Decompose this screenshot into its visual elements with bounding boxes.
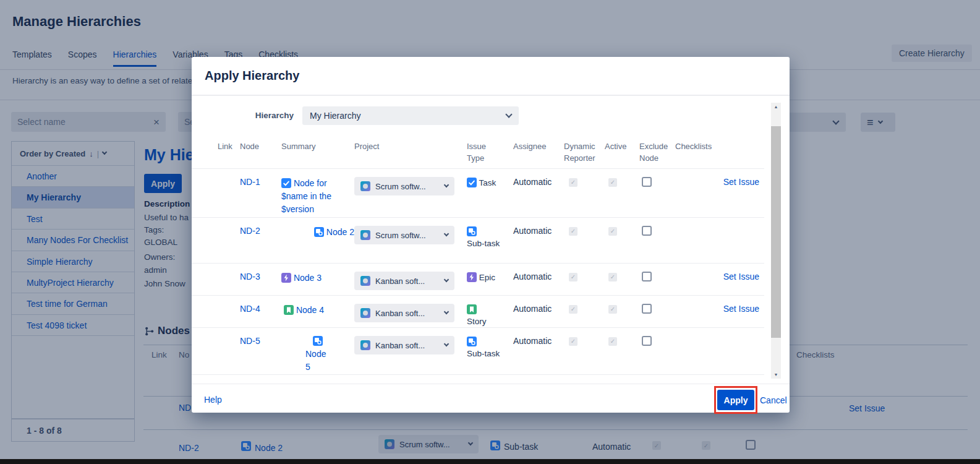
dynamic-reporter-checkbox <box>569 337 577 346</box>
summary-link[interactable]: Node 2 <box>326 227 354 237</box>
column-exclude-node: Exclude Node <box>639 140 675 164</box>
modal-table-header: Link Node Summary Project Issue Type Ass… <box>192 140 764 168</box>
summary-cell: Node 2 <box>281 226 354 239</box>
subtask-icon <box>467 226 477 236</box>
subtask-icon <box>467 337 477 346</box>
project-avatar-icon <box>360 276 370 286</box>
column-assignee: Assignee <box>513 140 559 152</box>
project-select[interactable]: Scrum softw... <box>354 226 454 244</box>
table-row: ND-1 Node for $name in the $version Scru… <box>192 168 764 217</box>
node-link[interactable]: ND-4 <box>240 304 260 314</box>
scrollbar-thumb[interactable] <box>771 126 781 338</box>
project-select[interactable]: Kanban soft... <box>354 272 454 290</box>
chevron-down-icon <box>505 111 512 118</box>
active-checkbox <box>608 227 617 236</box>
column-checklists: Checklists <box>675 140 759 152</box>
modal-apply-button[interactable]: Apply <box>717 390 754 410</box>
scroll-up-icon[interactable]: ▲ <box>771 105 781 109</box>
subtask-icon <box>314 227 324 237</box>
dynamic-reporter-checkbox <box>569 273 577 281</box>
summary-cell: Node 3 <box>281 272 354 285</box>
subtask-icon <box>313 336 323 346</box>
dynamic-reporter-checkbox <box>569 178 577 187</box>
issue-type-cell: Story <box>467 304 500 327</box>
project-avatar-icon <box>360 181 370 191</box>
column-active: Active <box>605 140 633 152</box>
summary-link[interactable]: Node 4 <box>296 305 324 315</box>
hierarchy-select-value: My Hierarchy <box>310 111 506 121</box>
story-icon <box>284 305 294 315</box>
project-select-value: Scrum softw... <box>375 231 440 240</box>
node-link[interactable]: ND-5 <box>240 336 260 346</box>
project-select-value: Kanban soft... <box>375 277 440 286</box>
summary-cell: Node 5 <box>281 336 354 374</box>
hierarchy-select[interactable]: My Hierarchy <box>302 106 519 125</box>
active-checkbox <box>608 337 617 346</box>
issue-type-cell: Task <box>467 177 500 189</box>
node-link[interactable]: ND-3 <box>240 272 260 281</box>
epic-icon <box>281 273 291 283</box>
apply-hierarchy-modal: Apply Hierarchy Hierarchy My Hierarchy L… <box>192 57 790 413</box>
hierarchy-select-label: Hierarchy <box>216 111 294 120</box>
table-row: ND-4 Node 4 Kanban soft... Story Automat… <box>192 295 764 327</box>
set-issue-link[interactable]: Set Issue <box>723 304 759 314</box>
column-dynamic-reporter: Dynamic Reporter <box>564 140 601 164</box>
story-icon <box>467 304 477 314</box>
project-select-value: Scrum softw... <box>375 182 440 191</box>
project-avatar-icon <box>360 230 370 240</box>
assignee-cell: Automatic <box>513 177 559 187</box>
divider <box>192 95 790 96</box>
summary-link[interactable]: Node 5 <box>305 348 330 374</box>
assignee-cell: Automatic <box>513 336 559 346</box>
project-select[interactable]: Kanban soft... <box>354 336 454 354</box>
chevron-down-icon <box>444 183 449 187</box>
assignee-cell: Automatic <box>513 272 559 281</box>
active-checkbox <box>608 178 617 187</box>
manage-hierarchies-screen: Manage Hierarchies Templates Scopes Hier… <box>0 0 980 464</box>
chevron-down-icon <box>444 277 449 282</box>
divider <box>192 384 790 384</box>
chevron-down-icon <box>444 309 449 314</box>
set-issue-link[interactable]: Set Issue <box>723 272 759 281</box>
dynamic-reporter-checkbox <box>569 305 577 314</box>
summary-link[interactable]: Node 3 <box>294 273 322 283</box>
exclude-node-checkbox[interactable] <box>642 336 652 346</box>
assignee-cell: Automatic <box>513 226 559 236</box>
scroll-down-icon[interactable]: ▼ <box>771 372 781 377</box>
chevron-down-icon <box>444 342 449 346</box>
exclude-node-checkbox[interactable] <box>642 177 652 187</box>
active-checkbox <box>608 305 617 314</box>
table-row: ND-5 Node 5 Kanban soft... Sub-task Auto… <box>192 327 764 375</box>
task-icon <box>281 178 291 188</box>
node-link[interactable]: ND-2 <box>240 226 260 236</box>
chevron-down-icon <box>444 231 449 236</box>
exclude-node-checkbox[interactable] <box>642 304 652 314</box>
modal-scrollbar[interactable]: ▲ ▼ <box>771 103 781 379</box>
project-select[interactable]: Kanban soft... <box>354 304 454 322</box>
project-avatar-icon <box>360 340 370 350</box>
column-summary: Summary <box>281 140 354 152</box>
modal-cancel-link[interactable]: Cancel <box>760 395 787 405</box>
help-link[interactable]: Help <box>204 395 222 405</box>
issue-type-cell: Epic <box>467 272 500 283</box>
bottom-edge-bar <box>0 459 980 464</box>
exclude-node-checkbox[interactable] <box>642 226 652 236</box>
project-select[interactable]: Scrum softw... <box>354 177 454 195</box>
column-issue-type: Issue Type <box>467 140 500 164</box>
summary-cell: Node 4 <box>281 304 354 317</box>
task-icon <box>467 178 477 187</box>
issue-type-label: Task <box>479 178 496 187</box>
issue-type-label: Sub-task <box>467 348 500 359</box>
assignee-cell: Automatic <box>513 304 559 314</box>
project-select-value: Kanban soft... <box>375 341 440 350</box>
epic-icon <box>467 272 477 282</box>
column-node: Node <box>240 140 276 152</box>
column-link: Link <box>218 140 241 152</box>
set-issue-link[interactable]: Set Issue <box>723 177 759 187</box>
issue-type-label: Epic <box>479 273 495 282</box>
issue-type-cell: Sub-task <box>467 226 500 249</box>
active-checkbox <box>608 273 617 281</box>
exclude-node-checkbox[interactable] <box>642 272 652 281</box>
node-link[interactable]: ND-1 <box>240 177 260 187</box>
table-row: ND-2 Node 2 Scrum softw... Sub-task Auto… <box>192 217 764 263</box>
